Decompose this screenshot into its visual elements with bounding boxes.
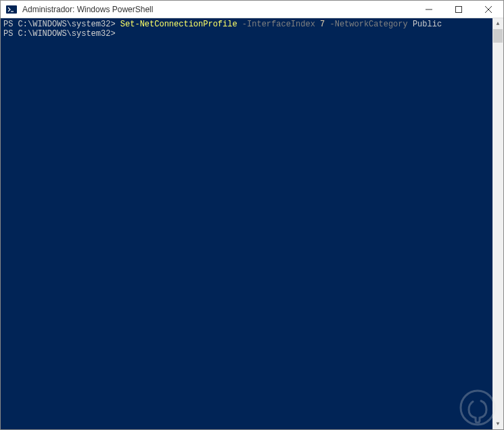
terminal-line: PS C:\WINDOWS\system32> Set-NetConnectio… <box>3 20 492 29</box>
cmdlet: Set-NetConnectionProfile <box>120 20 237 29</box>
window-title: Administrador: Windows PowerShell <box>21 5 414 14</box>
maximize-button[interactable] <box>444 1 474 18</box>
vertical-scrollbar[interactable]: ▲ ▼ <box>492 18 503 429</box>
powershell-icon <box>6 4 17 15</box>
scroll-up-button[interactable]: ▲ <box>492 18 503 29</box>
prompt: PS C:\WINDOWS\system32> <box>3 20 120 29</box>
terminal-area[interactable]: PS C:\WINDOWS\system32> Set-NetConnectio… <box>1 18 503 429</box>
cmd-segment: -NetworkCategory <box>325 20 413 29</box>
cmd-segment: Public <box>413 20 442 29</box>
scroll-track[interactable] <box>492 29 503 418</box>
powershell-window: Administrador: Windows PowerShell PS C:\… <box>0 0 504 430</box>
window-controls <box>414 1 503 18</box>
titlebar[interactable]: Administrador: Windows PowerShell <box>1 1 503 18</box>
svg-rect-0 <box>6 5 17 14</box>
terminal-content: PS C:\WINDOWS\system32> Set-NetConnectio… <box>3 20 492 39</box>
prompt: PS C:\WINDOWS\system32> <box>3 29 120 39</box>
cmd-segment: -InterfaceIndex <box>237 20 320 29</box>
minimize-button[interactable] <box>414 1 444 18</box>
svg-rect-3 <box>456 6 462 12</box>
terminal-line: PS C:\WINDOWS\system32> <box>3 29 492 39</box>
close-button[interactable] <box>474 1 503 18</box>
scroll-thumb[interactable] <box>493 29 503 43</box>
scroll-down-button[interactable]: ▼ <box>492 418 503 429</box>
